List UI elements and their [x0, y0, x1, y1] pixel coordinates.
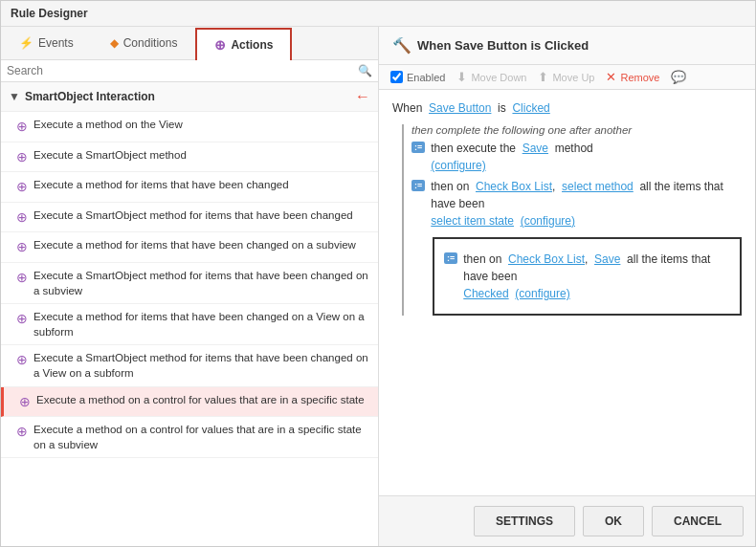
action3-configure-link[interactable]: (configure) [515, 287, 569, 300]
right-content: When Save Button is Clicked then complet… [379, 90, 755, 495]
list-item[interactable]: ⊕ Execute a method on a control for valu… [1, 417, 378, 458]
list-item[interactable]: ⊕ Execute a SmartObject method for items… [1, 203, 378, 233]
move-down-icon: ⬇ [456, 70, 467, 84]
list-item-label: Execute a method for items that have bee… [33, 309, 370, 339]
action3-state-link[interactable]: Checked [463, 287, 508, 300]
right-panel: 🔨 When Save Button is Clicked Enabled ⬇ … [379, 27, 755, 546]
list-item[interactable]: ⊕ Execute a SmartObject method for items… [1, 345, 378, 386]
enabled-checkbox[interactable] [390, 71, 403, 83]
tab-actions-label: Actions [231, 38, 273, 52]
action2-comma: , [552, 180, 555, 193]
trigger-event-link[interactable]: Clicked [512, 101, 549, 115]
trigger-line: When Save Button is Clicked [392, 101, 742, 115]
rule-designer-dialog: Rule Designer ⚡ Events ◆ Conditions ⊕ Ac… [0, 0, 756, 547]
toolbar-move-down[interactable]: ⬇ Move Down [456, 70, 526, 84]
toolbar-comment[interactable]: 💬 [671, 70, 686, 84]
list-item[interactable]: ⊕ Execute a method for items that have b… [1, 304, 378, 345]
list-item-highlighted[interactable]: ⊕ Execute a method on a control for valu… [1, 387, 378, 418]
trigger-is: is [498, 101, 506, 115]
right-header: 🔨 When Save Button is Clicked [379, 27, 755, 65]
right-header-title: When Save Button is Clicked [417, 38, 589, 53]
action2-control-link[interactable]: Check Box List [476, 180, 552, 193]
add-icon: ⊕ [16, 310, 28, 329]
list-item-label: Execute a method on a control for values… [36, 392, 365, 407]
toolbar-remove[interactable]: ✕ Remove [606, 70, 659, 84]
list-item-label: Execute a method on a control for values… [33, 422, 370, 452]
add-icon: ⊕ [16, 208, 28, 228]
add-icon: ⊕ [16, 351, 28, 370]
list-item[interactable]: ⊕ Execute a SmartObject method [1, 142, 378, 173]
list-item-label: Execute a SmartObject method for items t… [33, 268, 370, 298]
tab-conditions[interactable]: ◆ Conditions [92, 27, 196, 59]
settings-button[interactable]: SETTINGS [474, 506, 575, 536]
action3-comma: , [585, 252, 588, 266]
title-bar: Rule Designer [1, 1, 755, 27]
left-panel: ⚡ Events ◆ Conditions ⊕ Actions 🔍 [1, 27, 379, 546]
trigger-button-link[interactable]: Save Button [429, 101, 491, 115]
arrow-indicator: ← [355, 88, 370, 105]
comment-icon: 💬 [671, 70, 686, 84]
highlighted-action-box: := then on Check Box List, Save all the … [433, 237, 742, 316]
action-icon-1: := [411, 142, 425, 153]
action-text-2: then on Check Box List, select method al… [431, 178, 742, 230]
cancel-button[interactable]: CANCEL [652, 506, 744, 536]
toolbar-move-up[interactable]: ⬆ Move Up [538, 70, 594, 84]
action-text-3: then on Check Box List, Save all the ite… [463, 251, 730, 302]
collapse-icon[interactable]: ▼ [9, 90, 20, 103]
action2-configure-link[interactable]: (configure) [521, 214, 575, 228]
action3-control-link[interactable]: Check Box List [508, 252, 585, 266]
list-item-label: Execute a method for items that have bee… [33, 177, 289, 192]
list-item-label: Execute a SmartObject method for items t… [33, 350, 370, 381]
toolbar-enabled[interactable]: Enabled [390, 71, 445, 83]
search-input[interactable] [7, 64, 358, 77]
ok-button[interactable]: OK [583, 506, 644, 536]
add-icon: ⊕ [16, 238, 28, 257]
action2-prefix: then on [431, 180, 469, 193]
tab-actions[interactable]: ⊕ Actions [195, 28, 292, 60]
tab-events-label: Events [38, 36, 74, 50]
left-list: ▼ SmartObject Interaction ← ⊕ Execute a … [1, 82, 378, 546]
remove-label: Remove [620, 72, 659, 83]
action-line-2: := then on Check Box List, select method… [411, 178, 742, 230]
add-icon: ⊕ [16, 118, 28, 137]
trigger-when: When [392, 101, 422, 115]
section-header: ▼ SmartObject Interaction ← [1, 82, 378, 112]
move-down-label: Move Down [471, 72, 526, 83]
flow-block: then complete the following one after an… [402, 124, 742, 316]
action2-state-link[interactable]: select item state [431, 214, 514, 228]
hammer-icon: 🔨 [392, 36, 411, 55]
events-icon: ⚡ [19, 36, 33, 50]
action3-method-link[interactable]: Save [594, 252, 620, 266]
list-item-label: Execute a SmartObject method [33, 147, 187, 163]
list-item-label: Execute a method on the View [33, 117, 183, 132]
toolbar: Enabled ⬇ Move Down ⬆ Move Up ✕ Remove 💬 [379, 65, 755, 90]
action2-method-link[interactable]: select method [562, 180, 634, 193]
add-icon: ⊕ [16, 269, 28, 288]
list-item[interactable]: ⊕ Execute a method for items that have b… [1, 232, 378, 263]
add-icon: ⊕ [16, 178, 28, 197]
content-area: ⚡ Events ◆ Conditions ⊕ Actions 🔍 [1, 27, 755, 546]
list-item[interactable]: ⊕ Execute a SmartObject method for items… [1, 263, 378, 304]
tab-conditions-label: Conditions [123, 36, 178, 50]
add-icon: ⊕ [16, 423, 28, 442]
action1-suffix: method [555, 142, 593, 155]
action-line-1: := then execute the Save method (configu… [411, 140, 742, 174]
action1-prefix: then execute the [431, 142, 516, 155]
tab-events[interactable]: ⚡ Events [1, 27, 92, 59]
section-label: SmartObject Interaction [25, 90, 155, 103]
list-item[interactable]: ⊕ Execute a method on the View [1, 112, 378, 142]
action1-method-link[interactable]: Save [523, 142, 548, 155]
move-up-label: Move Up [552, 72, 594, 83]
list-item[interactable]: ⊕ Execute a method for items that have b… [1, 172, 378, 203]
action-icon-2: := [411, 180, 425, 191]
add-icon: ⊕ [19, 393, 31, 412]
action-line-3: := then on Check Box List, Save all the … [444, 251, 730, 302]
flow-label: then complete the following one after an… [411, 124, 742, 136]
conditions-icon: ◆ [110, 36, 119, 50]
action3-prefix: then on [463, 252, 501, 266]
list-item-label: Execute a method for items that have bee… [33, 237, 356, 252]
actions-icon: ⊕ [214, 37, 226, 53]
search-bar: 🔍 [1, 60, 378, 82]
action1-configure-link[interactable]: (configure) [431, 159, 485, 172]
tabs-bar: ⚡ Events ◆ Conditions ⊕ Actions [1, 27, 378, 60]
